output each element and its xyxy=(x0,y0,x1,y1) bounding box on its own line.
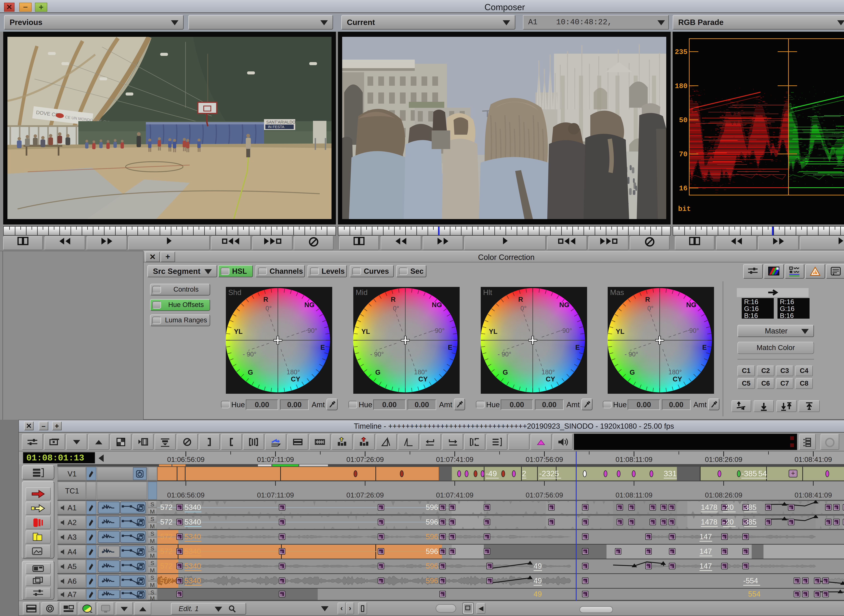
svg-text:YL: YL xyxy=(361,328,370,335)
svg-text:- 90°: - 90° xyxy=(243,351,256,358)
svg-text:G: G xyxy=(248,368,253,376)
svg-text:G: G xyxy=(630,368,635,376)
svg-text:180°: 180° xyxy=(287,368,300,375)
svg-text:- 90°: - 90° xyxy=(498,351,511,358)
svg-text:- 90°: - 90° xyxy=(431,327,445,334)
svg-text:G: G xyxy=(503,368,508,376)
svg-text:0°: 0° xyxy=(647,305,653,312)
svg-text:R: R xyxy=(518,296,523,303)
svg-text:16: 16 xyxy=(679,185,687,192)
svg-text:180: 180 xyxy=(675,82,687,90)
svg-text:NG: NG xyxy=(559,301,570,308)
svg-text:0°: 0° xyxy=(393,305,399,312)
svg-text:R: R xyxy=(263,296,268,303)
svg-text:R: R xyxy=(391,296,396,303)
svg-text:E: E xyxy=(702,343,707,351)
svg-text:50: 50 xyxy=(679,116,687,125)
svg-text:CY: CY xyxy=(546,375,555,383)
svg-text:NG: NG xyxy=(432,301,442,308)
svg-text:!: ! xyxy=(814,270,816,275)
svg-text:R: R xyxy=(645,296,650,303)
svg-text:YL: YL xyxy=(489,328,498,335)
svg-text:- 90°: - 90° xyxy=(370,351,384,358)
svg-text:G: G xyxy=(375,368,380,376)
svg-text:- 90°: - 90° xyxy=(558,327,572,334)
svg-text:235: 235 xyxy=(675,48,687,56)
svg-text:- 90°: - 90° xyxy=(304,327,317,334)
svg-text:- 90°: - 90° xyxy=(685,327,699,334)
svg-text:E: E xyxy=(448,343,452,351)
svg-text:0°: 0° xyxy=(520,305,527,312)
svg-text:180°: 180° xyxy=(414,368,427,375)
svg-text:180°: 180° xyxy=(668,368,682,375)
svg-text:NG: NG xyxy=(304,301,314,308)
svg-text:bit: bit xyxy=(678,205,691,213)
svg-text:180°: 180° xyxy=(542,368,555,375)
svg-text:- 90°: - 90° xyxy=(625,351,638,358)
svg-text:YL: YL xyxy=(616,328,624,335)
svg-text:NG: NG xyxy=(686,301,696,308)
svg-text:70: 70 xyxy=(679,150,687,158)
svg-text:E: E xyxy=(575,343,580,351)
svg-text:CY: CY xyxy=(673,375,682,383)
svg-text:CY: CY xyxy=(418,375,428,383)
svg-text:CY: CY xyxy=(291,375,300,383)
svg-text:YL: YL xyxy=(234,328,242,335)
svg-text:E: E xyxy=(320,343,325,351)
svg-text:0°: 0° xyxy=(266,305,272,312)
